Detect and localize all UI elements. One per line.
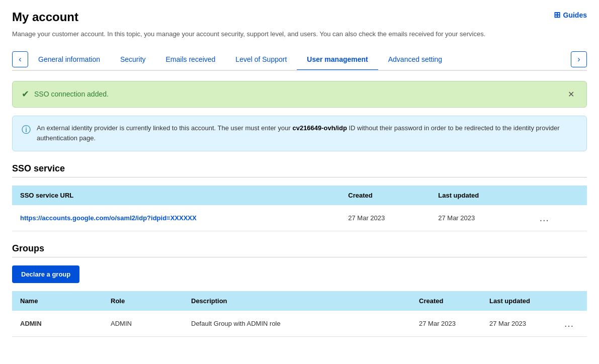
guides-label: Guides: [563, 11, 587, 19]
tab-support[interactable]: Level of Support: [225, 49, 297, 70]
sso-col-actions: [527, 186, 587, 205]
tab-users[interactable]: User management: [297, 49, 378, 70]
group-row-description: Default Group with ADMIN role: [183, 311, 411, 337]
tab-general[interactable]: General information: [28, 49, 110, 70]
table-row: ADMIN ADMIN Default Group with ADMIN rol…: [12, 311, 587, 337]
groups-section-divider: [12, 257, 587, 257]
sso-url-link[interactable]: https://accounts.google.com/o/saml2/idp?…: [20, 214, 197, 222]
sso-col-url: SSO service URL: [12, 186, 340, 205]
groups-section-title: Groups: [12, 243, 587, 254]
info-banner: ⓘ An external identity provider is curre…: [12, 116, 587, 152]
guides-icon: ⊞: [554, 10, 560, 20]
tab-prev-button[interactable]: ‹: [12, 51, 28, 67]
tab-next-button[interactable]: ›: [571, 51, 587, 67]
success-banner: ✔ SSO connection added. ✕: [12, 81, 587, 108]
groups-col-name: Name: [12, 291, 103, 311]
info-highlight: cv216649-ovh/idp: [292, 124, 347, 132]
tabs-container: ‹ General information Security Emails re…: [12, 49, 587, 71]
group-row-name: ADMIN: [12, 311, 103, 337]
sso-row-created: 27 Mar 2023: [340, 205, 430, 231]
sso-section-divider: [12, 177, 587, 177]
tab-advanced[interactable]: Advanced setting: [378, 49, 452, 70]
info-text-before: An external identity provider is current…: [37, 124, 292, 132]
group-row-role: ADMIN: [103, 311, 183, 337]
success-banner-text: SSO connection added.: [34, 90, 109, 98]
sso-row-url: https://accounts.google.com/o/saml2/idp?…: [12, 205, 340, 231]
page-title: My account: [12, 10, 78, 24]
sso-row-menu-button[interactable]: …: [535, 211, 554, 225]
groups-col-role: Role: [103, 291, 183, 311]
group-row-menu-button[interactable]: …: [560, 317, 579, 330]
groups-col-updated: Last updated: [481, 291, 552, 311]
declare-group-button[interactable]: Declare a group: [12, 265, 79, 283]
groups-col-actions: [552, 291, 587, 311]
page-subtitle: Manage your customer account. In this to…: [12, 29, 587, 39]
groups-col-description: Description: [183, 291, 411, 311]
group-row-actions: …: [552, 311, 587, 337]
tab-emails[interactable]: Emails received: [156, 49, 226, 70]
tab-security[interactable]: Security: [110, 49, 156, 70]
guides-link[interactable]: ⊞ Guides: [554, 10, 587, 20]
groups-col-created: Created: [411, 291, 481, 311]
success-banner-close-button[interactable]: ✕: [565, 88, 577, 100]
sso-col-created: Created: [340, 186, 430, 205]
sso-col-updated: Last updated: [430, 186, 527, 205]
success-icon: ✔: [22, 88, 29, 100]
table-row: https://accounts.google.com/o/saml2/idp?…: [12, 205, 587, 231]
sso-section-title: SSO service: [12, 163, 587, 174]
group-row-created: 27 Mar 2023: [411, 311, 481, 337]
group-row-updated: 27 Mar 2023: [481, 311, 552, 337]
sso-table: SSO service URL Created Last updated htt…: [12, 186, 587, 231]
groups-table: Name Role Description Created Last updat…: [12, 291, 587, 337]
info-banner-text: An external identity provider is current…: [37, 123, 577, 144]
sso-row-updated: 27 Mar 2023: [430, 205, 527, 231]
info-icon: ⓘ: [22, 124, 31, 136]
tabs-list: General information Security Emails rece…: [28, 49, 571, 70]
sso-row-actions: …: [527, 205, 587, 231]
